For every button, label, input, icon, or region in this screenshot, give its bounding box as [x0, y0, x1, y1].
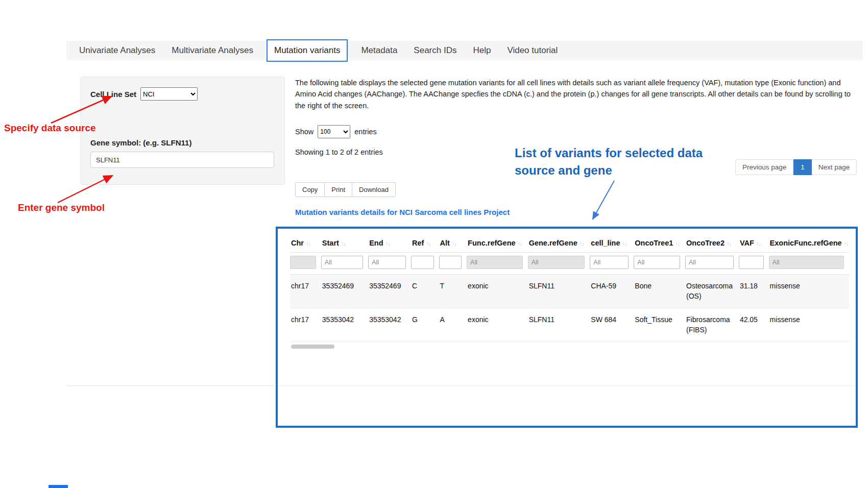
bottom-left-scroll-artifact — [49, 485, 68, 488]
table-cell: Bone — [634, 275, 685, 308]
table-cell: 35352469 — [368, 275, 411, 308]
table-cell: 35353042 — [368, 308, 411, 342]
table-row[interactable]: chr173535246935352469CTexonicSLFN11CHA-5… — [290, 275, 849, 308]
column-label: OncoTree1 — [635, 239, 673, 247]
page-root: Univariate AnalysesMultivariate Analyses… — [0, 0, 868, 488]
tab-search-ids[interactable]: Search IDs — [414, 45, 456, 56]
filter-input-end[interactable] — [368, 256, 406, 269]
sort-icon: ↑↓ — [844, 240, 849, 247]
column-label: VAF — [740, 239, 754, 247]
column-label: Func.refGene — [468, 239, 515, 247]
filter-input-ref[interactable] — [411, 256, 434, 269]
table-cell: chr17 — [290, 275, 321, 308]
pagination: Previous page 1 Next page — [735, 159, 857, 175]
column-header-chr[interactable]: Chr↑↓ — [290, 235, 321, 253]
column-header-oncotree1[interactable]: OncoTree1↑↓ — [634, 235, 685, 253]
column-header-oncotree2[interactable]: OncoTree2↑↓ — [685, 235, 739, 253]
table-cell: chr17 — [290, 308, 321, 342]
showing-entries-status: Showing 1 to 2 of 2 entries — [295, 148, 383, 156]
cell-line-set-select[interactable]: NCI — [140, 87, 198, 101]
horizontal-scrollbar-thumb[interactable] — [291, 345, 334, 349]
filter-input-vaf[interactable] — [739, 256, 764, 269]
filter-input-gene-refgene[interactable] — [528, 256, 585, 269]
copy-button[interactable]: Copy — [295, 182, 325, 197]
column-header-cell-line[interactable]: cell_line↑↓ — [590, 235, 634, 253]
column-label: Ref — [412, 239, 424, 247]
tab-help[interactable]: Help — [473, 45, 491, 56]
cell-line-set-label: Cell Line Set — [90, 90, 136, 99]
filter-input-start[interactable] — [321, 256, 363, 269]
table-cell: 35353042 — [321, 308, 368, 342]
table-cell: 31.18 — [739, 275, 769, 308]
table-cell: Fibrosarcoma (FIBS) — [685, 308, 739, 342]
table-cell: 42.05 — [739, 308, 769, 342]
table-cell: CHA-59 — [590, 275, 634, 308]
filter-input-func-refgene[interactable] — [467, 256, 523, 269]
column-header-start[interactable]: Start↑↓ — [321, 235, 368, 253]
entries-per-page-select[interactable]: 100 — [318, 125, 350, 138]
table-filter-row — [290, 253, 849, 275]
sort-icon: ↑↓ — [426, 240, 430, 247]
show-entries-control: Show 100 entries — [295, 125, 377, 138]
table-cell: exonic — [467, 275, 528, 308]
table-cell: G — [411, 308, 439, 342]
tab-univariate-analyses[interactable]: Univariate Analyses — [79, 45, 155, 56]
current-page-indicator[interactable]: 1 — [793, 159, 812, 175]
tab-multivariate-analyses[interactable]: Multivariate Analyses — [172, 45, 253, 56]
column-header-vaf[interactable]: VAF↑↓ — [739, 235, 769, 253]
horizontal-scrollbar[interactable] — [290, 344, 849, 350]
input-panel: Cell Line Set NCI Gene symbol: (e.g. SLF… — [81, 77, 285, 185]
column-label: ExonicFunc.refGene — [770, 239, 842, 247]
table-cell: 35352469 — [321, 275, 368, 308]
export-button-group: Copy Print Download — [295, 182, 396, 197]
entries-label: entries — [354, 128, 377, 136]
sort-icon: ↑↓ — [306, 240, 310, 247]
column-header-exonicfunc-refgene[interactable]: ExonicFunc.refGene↑↓ — [769, 235, 849, 253]
column-label: cell_line — [591, 239, 620, 247]
column-header-alt[interactable]: Alt↑↓ — [439, 235, 467, 253]
column-header-func-refgene[interactable]: Func.refGene↑↓ — [467, 235, 528, 253]
column-header-ref[interactable]: Ref↑↓ — [411, 235, 439, 253]
download-button[interactable]: Download — [352, 182, 396, 197]
column-label: OncoTree2 — [686, 239, 725, 247]
filter-input-chr[interactable] — [290, 256, 316, 269]
filter-input-oncotree1[interactable] — [634, 256, 680, 269]
column-header-gene-refgene[interactable]: Gene.refGene↑↓ — [528, 235, 590, 253]
sort-icon: ↑↓ — [452, 240, 456, 247]
column-label: Chr — [291, 239, 304, 247]
annotation-list-of-variants: List of variants for selected data sourc… — [515, 144, 742, 179]
print-button[interactable]: Print — [325, 182, 352, 197]
sort-icon: ↑↓ — [341, 240, 346, 247]
table-cell: Soft_Tissue — [634, 308, 685, 342]
gene-symbol-label: Gene symbol: (e.g. SLFN11) — [90, 138, 275, 147]
column-header-end[interactable]: End↑↓ — [368, 235, 411, 253]
content-divider-inner — [278, 385, 856, 386]
filter-input-cell-line[interactable] — [590, 256, 629, 269]
table-cell: SLFN11 — [528, 308, 590, 342]
content-divider — [66, 385, 275, 386]
table-cell: C — [411, 275, 439, 308]
sort-icon: ↑↓ — [675, 240, 680, 247]
sort-icon: ↑↓ — [385, 240, 390, 247]
filter-input-alt[interactable] — [439, 256, 462, 269]
table-cell: A — [439, 308, 467, 342]
previous-page-button[interactable]: Previous page — [735, 159, 793, 175]
tab-mutation-variants[interactable]: Mutation variants — [267, 39, 348, 62]
table-header-row: Chr↑↓Start↑↓End↑↓Ref↑↓Alt↑↓Func.refGene↑… — [290, 235, 849, 253]
gene-symbol-input[interactable] — [90, 152, 274, 168]
table-cell: SW 684 — [590, 308, 634, 342]
filter-input-oncotree2[interactable] — [685, 256, 734, 269]
sort-icon: ↑↓ — [756, 240, 761, 247]
table-cell: missense — [769, 275, 849, 308]
filter-input-exonicfunc-refgene[interactable] — [769, 256, 844, 269]
table-cell: Osteosarcoma (OS) — [685, 275, 739, 308]
column-label: End — [369, 239, 383, 247]
column-label: Alt — [440, 239, 450, 247]
tab-metadata[interactable]: Metadata — [361, 45, 397, 56]
next-page-button[interactable]: Next page — [812, 159, 857, 175]
tab-video-tutorial[interactable]: Video tutorial — [507, 45, 558, 56]
table-row[interactable]: chr173535304235353042GAexonicSLFN11SW 68… — [290, 308, 849, 342]
sort-icon: ↑↓ — [580, 240, 584, 247]
table-cell: SLFN11 — [528, 275, 590, 308]
blue-arrow-to-table-icon — [593, 181, 614, 219]
